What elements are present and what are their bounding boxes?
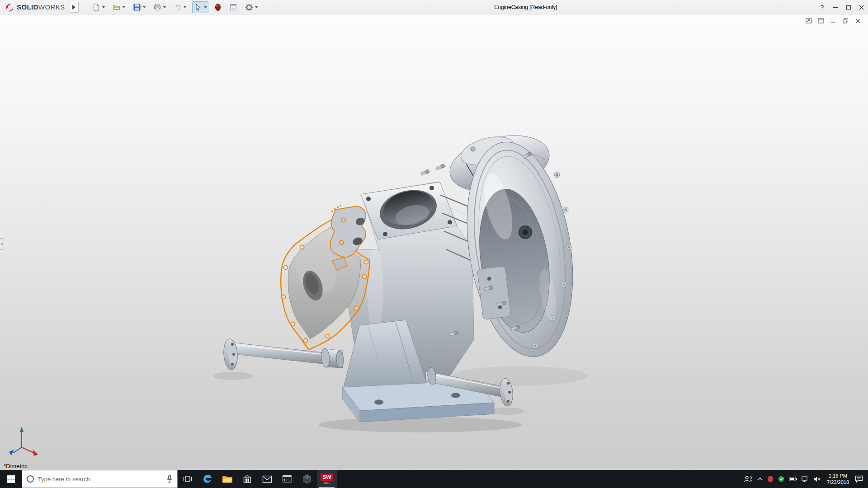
open-dropdown[interactable]	[123, 6, 125, 8]
taskbar-app-file-explorer[interactable]	[217, 470, 237, 488]
store-icon	[243, 474, 252, 483]
solidworks-logo-icon	[5, 2, 14, 12]
save-dropdown[interactable]	[143, 6, 146, 8]
doc-close-button[interactable]	[854, 17, 862, 24]
solidworks-2017-icon: SW 2017	[321, 474, 333, 484]
print-icon	[153, 3, 161, 11]
appearance-icon	[214, 3, 222, 11]
appearance-button[interactable]	[212, 1, 223, 13]
select-cursor-icon	[194, 3, 202, 11]
save-button[interactable]	[131, 1, 147, 13]
search-input[interactable]	[38, 476, 162, 483]
task-view-button[interactable]	[178, 470, 198, 488]
volume-tray-icon[interactable]	[811, 470, 823, 488]
network-tray-icon[interactable]	[799, 470, 811, 488]
window-controls: ?	[816, 0, 868, 14]
orientation-triad	[9, 427, 38, 456]
select-button[interactable]	[192, 1, 208, 13]
tray-overflow-button[interactable]	[755, 470, 765, 488]
start-button[interactable]	[0, 470, 22, 488]
menu-flyout-arrow[interactable]	[70, 2, 79, 13]
system-tray: 1:16 PM 7/23/2018	[741, 470, 868, 488]
view-orientation-label: *Dimetric	[4, 463, 28, 469]
action-center-button[interactable]	[853, 470, 865, 488]
chevron-up-icon	[757, 477, 763, 481]
taskbar-app-console[interactable]	[277, 470, 297, 488]
taskbar-app-hexagon[interactable]	[297, 470, 317, 488]
options-dropdown[interactable]	[255, 6, 258, 8]
taskbar-clock[interactable]: 1:16 PM 7/23/2018	[823, 473, 853, 485]
panel-collapse-handle[interactable]	[0, 238, 4, 250]
save-icon	[133, 3, 141, 11]
document-title: EngineCasing [Read-only]	[494, 4, 557, 10]
hexagon-app-icon	[302, 474, 312, 484]
undo-icon	[174, 3, 182, 11]
open-button[interactable]	[111, 1, 127, 13]
minimize-icon	[833, 7, 838, 8]
flyout-triangle-icon	[72, 5, 75, 9]
taskbar-app-store[interactable]	[237, 470, 257, 488]
doc-window-control-a[interactable]	[805, 17, 813, 24]
windows-logo-icon	[7, 475, 15, 483]
antivirus-tray-icon[interactable]	[765, 470, 776, 488]
action-center-icon	[855, 475, 863, 483]
engine-casing-model[interactable]	[0, 14, 868, 470]
people-button[interactable]	[741, 470, 755, 488]
people-icon	[744, 475, 753, 483]
file-explorer-icon	[222, 474, 233, 483]
help-button[interactable]: ?	[816, 0, 829, 14]
cortana-icon	[27, 475, 34, 483]
minimize-button[interactable]	[829, 0, 842, 14]
file-properties-button[interactable]	[227, 1, 239, 13]
new-document-button[interactable]	[90, 1, 107, 13]
taskbar-app-edge[interactable]	[198, 470, 217, 488]
close-icon	[859, 5, 864, 10]
model-left-shaft[interactable]	[223, 338, 344, 370]
undo-button[interactable]	[172, 1, 188, 13]
taskbar: SW 2017	[0, 470, 868, 488]
taskbar-app-solidworks[interactable]: SW 2017	[317, 470, 337, 488]
taskbar-app-mail[interactable]	[257, 470, 277, 488]
clock-date: 7/23/2018	[827, 479, 849, 485]
doc-window-control-b[interactable]	[817, 17, 825, 24]
new-document-icon	[92, 3, 100, 11]
print-button[interactable]	[151, 1, 168, 13]
desktop: { "titlebar": { "brand_solid": "SOLID", …	[0, 0, 868, 488]
options-gear-icon	[245, 3, 253, 11]
select-dropdown[interactable]	[204, 6, 207, 8]
brand-text: SOLIDWORKS	[17, 3, 65, 11]
close-button[interactable]	[855, 0, 868, 14]
maximize-icon	[846, 5, 851, 9]
new-document-dropdown[interactable]	[102, 6, 105, 8]
mail-icon	[262, 475, 272, 483]
open-icon	[113, 3, 121, 11]
undo-dropdown[interactable]	[184, 6, 186, 8]
doc-restore-button[interactable]	[841, 17, 849, 24]
print-dropdown[interactable]	[163, 6, 166, 8]
microphone-icon[interactable]	[166, 475, 173, 483]
task-view-icon	[183, 475, 192, 483]
taskbar-search[interactable]	[22, 470, 178, 488]
status-tray-icon[interactable]	[776, 470, 787, 488]
file-properties-icon	[229, 3, 237, 11]
document-window-controls	[805, 17, 862, 24]
graphics-area[interactable]: *Dimetric	[0, 14, 868, 470]
titlebar: SOLIDWORKS	[0, 0, 868, 14]
edge-icon	[202, 474, 213, 484]
quick-access-toolbar	[90, 1, 259, 13]
doc-minimize-button[interactable]	[829, 17, 837, 24]
solidworks-brand: SOLIDWORKS	[0, 2, 65, 12]
maximize-button[interactable]	[842, 0, 855, 14]
clock-time: 1:16 PM	[829, 473, 847, 479]
console-icon	[282, 475, 292, 483]
options-button[interactable]	[243, 1, 259, 13]
battery-tray-icon[interactable]	[787, 470, 799, 488]
